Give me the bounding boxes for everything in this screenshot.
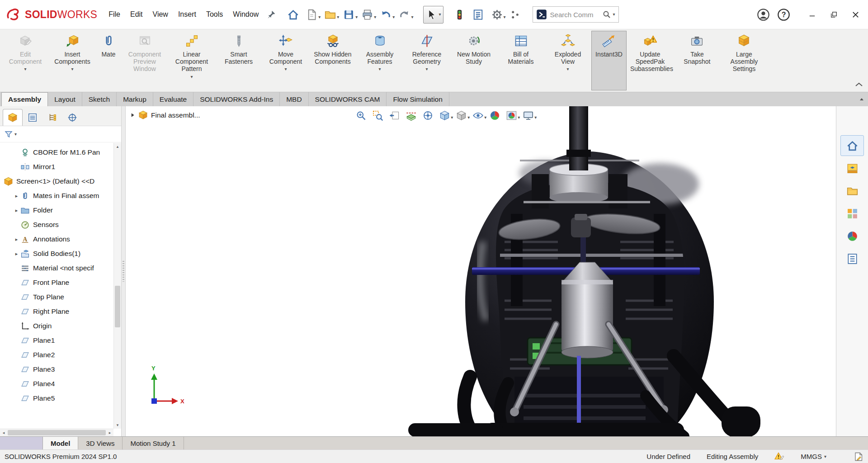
select-tool-button[interactable]: ▾ — [423, 6, 443, 24]
user-account-icon[interactable] — [757, 8, 770, 21]
menu-item[interactable]: Insert — [173, 7, 201, 22]
help-icon[interactable]: ? — [777, 8, 790, 21]
document-tab[interactable]: Model — [43, 437, 78, 449]
filter-funnel-icon[interactable] — [4, 130, 13, 139]
tree-item[interactable]: ▸ Folder — [0, 203, 113, 217]
dropdown-caret-icon[interactable]: ▾ — [566, 66, 569, 72]
toolbar-button[interactable]: ▾ — [452, 7, 470, 23]
dropdown-caret-icon[interactable]: ▾ — [425, 66, 428, 72]
ribbon-button[interactable]: Smart Fasteners ▾ — [215, 31, 262, 90]
dropdown-caret-icon[interactable]: ▾ — [392, 14, 395, 21]
magnifier-icon[interactable] — [602, 10, 611, 19]
dropdown-caret-icon[interactable]: ▾ — [518, 114, 520, 121]
tree-item[interactable]: ▸ Origin — [0, 319, 113, 333]
dropdown-caret-icon[interactable]: ▾ — [318, 14, 321, 21]
design-binder-icon[interactable] — [854, 452, 863, 462]
scrollbar-thumb[interactable] — [8, 430, 106, 435]
tree-item[interactable]: ▸ Screen<1> (Default) <<D — [0, 174, 113, 189]
panel-splitter[interactable] — [122, 106, 126, 436]
tree-item[interactable]: ▸ Plane5 — [0, 391, 113, 406]
dropdown-caret-icon[interactable]: ▾ — [411, 14, 413, 21]
expand-arrow-icon[interactable]: ▸ — [13, 236, 20, 242]
dropdown-caret-icon[interactable]: ▾ — [534, 114, 537, 121]
tree-item[interactable]: ▸ Sensors — [0, 217, 113, 232]
window-control-button[interactable] — [844, 5, 866, 24]
ribbon-button[interactable]: Instant3D ▾ — [591, 31, 627, 90]
ribbon-button[interactable]: Bill of Materials ▾ — [497, 31, 544, 90]
tree-item[interactable]: ▸ Front Plane — [0, 275, 113, 290]
command-tab[interactable]: Assembly — [1, 92, 48, 106]
menu-item[interactable]: File — [104, 7, 125, 22]
view-tool-button[interactable]: ▾ — [454, 109, 471, 123]
command-tab[interactable]: Sketch — [82, 92, 117, 106]
toolbar-button[interactable]: ▾ — [378, 7, 396, 23]
ribbon-button[interactable]: New Motion Study ▾ — [450, 31, 497, 90]
toolbar-button[interactable]: ▾ — [304, 7, 322, 23]
view-tool-button[interactable]: ▾ — [438, 109, 454, 123]
collapse-chevron-icon[interactable] — [854, 81, 863, 87]
ribbon-button[interactable]: Insert Components ▾ — [49, 31, 96, 90]
tree-item[interactable]: ▸ CBORE for M1.6 Pan — [0, 145, 113, 160]
expand-arrow-icon[interactable]: ▸ — [13, 193, 20, 199]
tree-item[interactable]: ▸ Plane1 — [0, 333, 113, 348]
helicopter-model[interactable] — [415, 106, 760, 436]
ribbon-button[interactable]: Assembly Features ▾ — [356, 31, 403, 90]
scrollbar-track[interactable] — [114, 150, 121, 421]
scroll-up-icon[interactable]: ▴ — [114, 143, 121, 150]
view-tool-button[interactable]: ▾ — [371, 109, 387, 123]
dropdown-caret-icon[interactable]: ▾ — [613, 11, 615, 18]
command-tab[interactable]: Markup — [117, 92, 153, 106]
toolbar-button[interactable]: ▾ — [508, 7, 526, 23]
menu-item[interactable]: Window — [228, 7, 264, 22]
command-tab[interactable]: Layout — [48, 92, 82, 106]
dropdown-caret-icon[interactable]: ▾ — [24, 66, 26, 72]
ribbon-button[interactable]: Reference Geometry ▾ — [403, 31, 450, 90]
task-pane-tab[interactable] — [840, 135, 864, 156]
ribbon-button[interactable]: Linear Component Pattern ▾ — [168, 31, 215, 90]
ribbon-button[interactable]: Edit Component ▾ — [2, 31, 49, 90]
ribbon-button[interactable]: Mate ▾ — [96, 31, 121, 90]
dropdown-caret-icon[interactable]: ▾ — [378, 66, 381, 72]
view-tool-button[interactable]: ▾ — [521, 109, 538, 123]
tree-item[interactable]: ▸ Top Plane — [0, 290, 113, 304]
dropdown-caret-icon[interactable]: ▾ — [14, 131, 17, 138]
command-tab[interactable]: SOLIDWORKS CAM — [309, 92, 387, 106]
units-selector[interactable]: MMGS▾ — [801, 453, 826, 460]
menu-item[interactable]: Edit — [125, 7, 148, 22]
task-pane-tab[interactable] — [840, 180, 864, 201]
tree-item[interactable]: ▸ Plane3 — [0, 362, 113, 377]
toolbar-button[interactable]: ▾ — [285, 7, 304, 23]
toolbar-button[interactable]: ▾ — [341, 7, 359, 23]
task-pane-tab[interactable] — [840, 226, 864, 246]
tree-item[interactable]: ▸ A Annotations — [0, 232, 113, 246]
task-pane-tab[interactable] — [840, 203, 864, 224]
dropdown-caret-icon[interactable]: ▾ — [355, 14, 358, 21]
panel-tab[interactable] — [62, 109, 82, 126]
tree-item[interactable]: ▸ Solid Bodies(1) — [0, 246, 113, 261]
window-control-button[interactable] — [823, 5, 844, 24]
dropdown-caret-icon[interactable]: ▾ — [284, 66, 287, 72]
scroll-left-icon[interactable]: ◂ — [0, 430, 7, 435]
window-control-button[interactable] — [801, 5, 823, 24]
view-tool-button[interactable]: ▾ — [471, 109, 488, 123]
document-name[interactable]: Final assembl... — [151, 111, 200, 119]
toolbar-button[interactable]: ▾ — [322, 7, 341, 23]
view-tool-button[interactable]: ▾ — [505, 109, 521, 123]
panel-tab[interactable] — [42, 109, 62, 126]
dropdown-caret-icon[interactable]: ▾ — [467, 114, 470, 121]
panel-tab[interactable] — [3, 109, 23, 126]
tree-item[interactable]: ▸ Plane2 — [0, 348, 113, 362]
ribbon-button[interactable]: Show Hidden Components ▾ — [309, 31, 356, 90]
view-tool-button[interactable]: ▾ — [387, 109, 404, 123]
task-pane-tab[interactable] — [840, 158, 864, 179]
ribbon-button[interactable]: Large Assembly Settings ▾ — [721, 31, 768, 90]
task-pane-tab[interactable] — [840, 248, 864, 269]
document-tab[interactable]: Motion Study 1 — [123, 437, 184, 449]
pushpin-icon[interactable] — [266, 9, 276, 19]
toolbar-button[interactable]: ▾ — [396, 7, 415, 23]
panel-scroll-up-icon[interactable] — [859, 97, 864, 102]
ribbon-button[interactable]: Take Snapshot ▾ — [674, 31, 721, 90]
view-tool-button[interactable]: ▾ — [421, 109, 438, 123]
expand-arrow-icon[interactable]: ▸ — [13, 251, 20, 257]
scroll-right-icon[interactable]: ▸ — [106, 430, 113, 435]
